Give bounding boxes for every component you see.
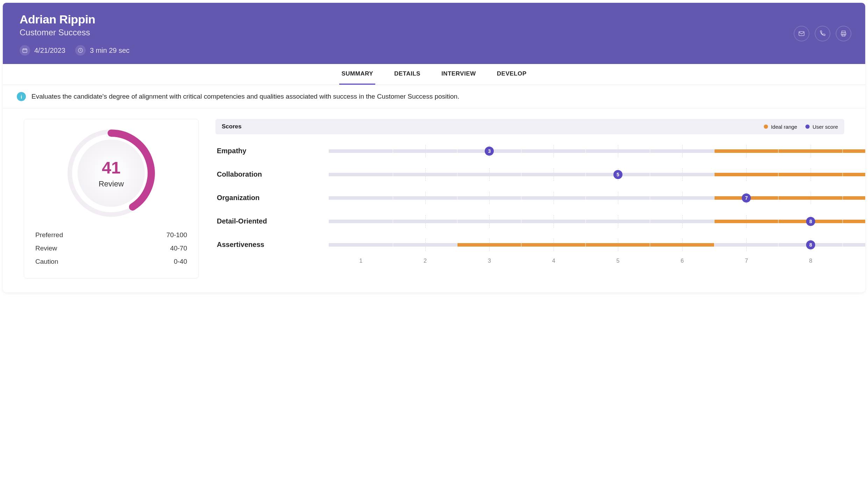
score-axis-row: 123456789 xyxy=(217,256,843,274)
scores-legend: Ideal range User score xyxy=(764,124,838,130)
score-axis: 123456789 xyxy=(329,258,843,266)
score-row: Detail-Oriented8 xyxy=(217,210,843,233)
ideal-range-swatch xyxy=(764,125,768,129)
legend-row: Preferred 70-100 xyxy=(34,228,188,242)
score-label: Organization xyxy=(217,194,329,202)
axis-tick: 2 xyxy=(424,258,427,264)
infobar: i Evaluates the candidate's degree of al… xyxy=(3,85,865,108)
tabs: SUMMARY DETAILS INTERVIEW DEVELOP xyxy=(3,64,865,85)
date-chip: 4/21/2023 xyxy=(20,45,65,56)
score-track: 8 xyxy=(329,243,843,247)
user-score-swatch xyxy=(805,125,810,129)
duration-chip: 3 min 29 sec xyxy=(75,45,129,56)
info-icon: i xyxy=(17,92,26,101)
svg-rect-3 xyxy=(842,31,845,33)
score-rows: Empathy3Collaboration5Organization7Detai… xyxy=(215,134,844,274)
axis-tick: 3 xyxy=(488,258,491,264)
print-icon xyxy=(840,30,847,37)
score-label: Detail-Oriented xyxy=(217,217,329,225)
print-button[interactable] xyxy=(836,26,851,41)
score-row: Organization7 xyxy=(217,186,843,210)
gauge-label: Review xyxy=(99,179,124,189)
axis-tick: 7 xyxy=(745,258,748,264)
svg-rect-0 xyxy=(23,49,27,52)
info-text: Evaluates the candidate's degree of alig… xyxy=(31,93,459,100)
score-track: 5 xyxy=(329,173,843,176)
gauge-card: 41 Review Preferred 70-100 Review 40-70 … xyxy=(24,119,199,278)
clock-icon xyxy=(75,45,86,56)
score-label: Collaboration xyxy=(217,170,329,178)
axis-tick: 8 xyxy=(809,258,812,264)
score-label: Empathy xyxy=(217,147,329,155)
tab-develop[interactable]: DEVELOP xyxy=(495,64,529,85)
score-track: 3 xyxy=(329,149,843,153)
gauge-score: 41 xyxy=(102,158,120,177)
candidate-role: Customer Success xyxy=(20,28,848,37)
header-actions xyxy=(794,26,851,41)
score-row: Empathy3 xyxy=(217,139,843,163)
tab-summary[interactable]: SUMMARY xyxy=(339,64,375,85)
axis-tick: 6 xyxy=(681,258,684,264)
user-score-marker: 5 xyxy=(613,170,622,179)
score-track: 7 xyxy=(329,196,843,200)
phone-button[interactable] xyxy=(815,26,830,41)
email-button[interactable] xyxy=(794,26,809,41)
phone-icon xyxy=(819,30,826,37)
user-score-marker: 8 xyxy=(806,217,815,226)
header-meta: 4/21/2023 3 min 29 sec xyxy=(20,45,848,56)
candidate-card: Adrian Rippin Customer Success 4/21/2023… xyxy=(3,3,865,292)
axis-tick: 4 xyxy=(552,258,555,264)
user-score-marker: 7 xyxy=(742,193,751,203)
axis-tick: 5 xyxy=(616,258,619,264)
header: Adrian Rippin Customer Success 4/21/2023… xyxy=(3,3,865,64)
axis-tick: 1 xyxy=(359,258,362,264)
duration-value: 3 min 29 sec xyxy=(90,47,129,55)
legend-row: Caution 0-40 xyxy=(34,255,188,268)
score-label: Assertiveness xyxy=(217,241,329,249)
content: 41 Review Preferred 70-100 Review 40-70 … xyxy=(3,108,865,292)
score-row: Assertiveness8 xyxy=(217,233,843,256)
svg-rect-2 xyxy=(799,31,804,36)
user-score-marker: 8 xyxy=(806,240,815,249)
gauge-legend: Preferred 70-100 Review 40-70 Caution 0-… xyxy=(34,228,188,268)
score-row: Collaboration5 xyxy=(217,163,843,186)
tab-details[interactable]: DETAILS xyxy=(392,64,422,85)
score-gauge: 41 Review xyxy=(66,128,157,219)
score-track: 8 xyxy=(329,220,843,223)
user-score-marker: 3 xyxy=(485,147,494,156)
email-icon xyxy=(798,30,805,37)
legend-row: Review 40-70 xyxy=(34,242,188,255)
candidate-name: Adrian Rippin xyxy=(20,13,848,26)
scores-panel: Scores Ideal range User score Empathy3Co… xyxy=(215,119,844,278)
scores-title: Scores xyxy=(222,123,242,130)
calendar-icon xyxy=(20,45,30,56)
scores-header: Scores Ideal range User score xyxy=(215,119,844,134)
date-value: 4/21/2023 xyxy=(34,47,65,55)
tab-interview[interactable]: INTERVIEW xyxy=(439,64,478,85)
